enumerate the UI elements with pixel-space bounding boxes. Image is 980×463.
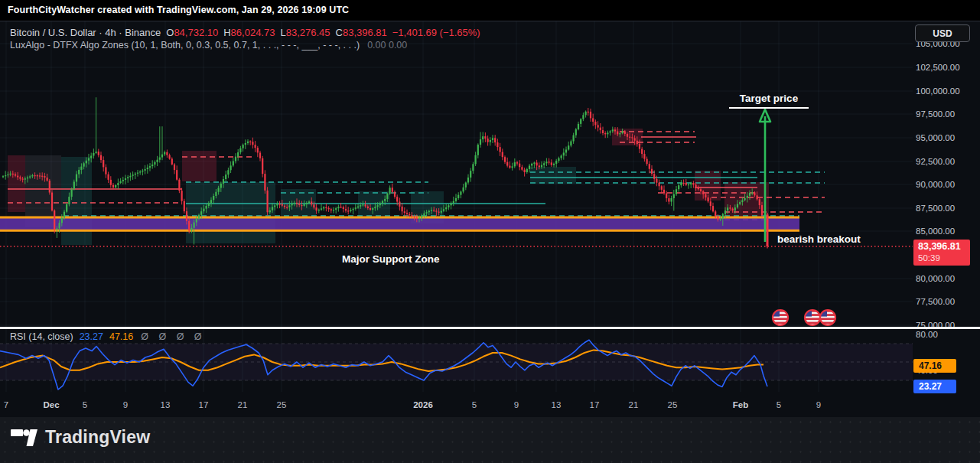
price-tick-label: 92,500.00 [916,157,955,166]
time-tick-label: 25 [277,400,287,409]
time-tick-label: 5 [83,400,87,409]
tradingview-chart-window: FourthCityWatcher created with TradingVi… [0,0,980,463]
last-price-value: 83,396.81 [918,241,970,253]
price-tick-label: 87,500.00 [916,204,955,213]
price-tick-label: 100,000.00 [916,86,960,96]
time-tick-label: 9 [816,400,821,409]
rsi-current-price-label: 23.27 [913,380,956,393]
bottom-bar: TradingView [0,417,980,463]
pane-separator[interactable] [0,327,980,329]
price-tick-label: 85,000.00 [916,227,955,236]
time-tick-label: 17 [590,400,600,409]
price-chart-canvas[interactable] [0,0,980,463]
rsi-ma-price-label: 47.16 [913,359,956,373]
tradingview-brand-text: TradingView [45,427,150,448]
price-tick-label: 77,500.00 [916,297,955,306]
indicator-values: 0.00 0.00 [367,40,407,51]
time-tick-label: Feb [733,400,748,409]
low-value: 83,276.45 [286,27,330,38]
rsi-null-values: Ø Ø Ø Ø [141,331,205,342]
symbol-title: Bitcoin / U.S. Dollar · 4h · Binance [10,27,161,38]
time-tick-label: 17 [199,400,209,409]
tradingview-logo-icon [11,426,38,448]
low-label: L [280,27,285,38]
time-tick-label: 9 [514,400,519,409]
price-tick-label: 80,000.00 [916,274,955,283]
high-label: H [223,27,230,38]
target-price-annotation[interactable]: Target price [729,93,809,109]
time-tick-label: 21 [238,400,248,409]
rsi-title: RSI (14, close) [10,331,73,342]
indicator-title: LuxAlgo - DTFX Algo Zones (10, 1, Both, … [10,40,360,51]
time-tick-label: 5 [472,400,477,409]
attribution-text: FourthCityWatcher created with TradingVi… [8,5,349,15]
close-label: C [336,27,343,38]
indicator-legend[interactable]: LuxAlgo - DTFX Algo Zones (10, 1, Both, … [10,40,407,51]
price-tick-label: 90,000.00 [916,180,955,189]
tradingview-watermark[interactable]: TradingView [11,426,150,448]
rsi-pane [0,340,913,390]
time-tick-label: Dec [43,400,59,409]
time-tick-label: 13 [161,400,171,409]
bar-countdown: 50:39 [918,253,970,264]
time-tick-label: 7 [4,400,8,409]
time-tick-label: 13 [552,400,562,409]
price-tick-label: 95,000.00 [916,133,955,142]
open-value: 84,732.10 [174,27,218,38]
attribution-bar: FourthCityWatcher created with TradingVi… [0,0,980,21]
time-tick-label: 25 [668,400,678,409]
pane-top-border [0,21,980,21]
symbol-legend[interactable]: Bitcoin / U.S. Dollar · 4h · BinanceO84,… [10,27,480,38]
close-value: 83,396.81 [343,27,387,38]
time-tick-label: 21 [629,400,639,409]
price-tick-label: 97,500.00 [916,109,955,119]
time-tick-label: 5 [777,400,781,409]
rsi-axis-label-80: 80.00 [916,330,938,339]
rsi-value: 23.27 [80,331,103,342]
major-support-zone [0,217,799,230]
rsi-ma-value: 47.16 [109,331,133,342]
last-price-label: 83,396.81 50:39 [913,240,970,266]
currency-toggle-button[interactable]: USD [915,24,970,42]
bearish-breakout-annotation[interactable]: bearish breakout [777,233,861,245]
price-tick-label: 102,500.00 [916,63,960,72]
rsi-legend[interactable]: RSI (14, close)23.2747.16Ø Ø Ø Ø [10,331,206,342]
high-value: 86,024.73 [231,27,275,38]
time-tick-label: 2026 [413,400,433,409]
change-value: −1,401.69 (−1.65%) [392,27,480,38]
time-tick-label: 9 [123,400,128,409]
open-label: O [166,27,174,38]
support-zone-annotation[interactable]: Major Support Zone [342,253,440,265]
